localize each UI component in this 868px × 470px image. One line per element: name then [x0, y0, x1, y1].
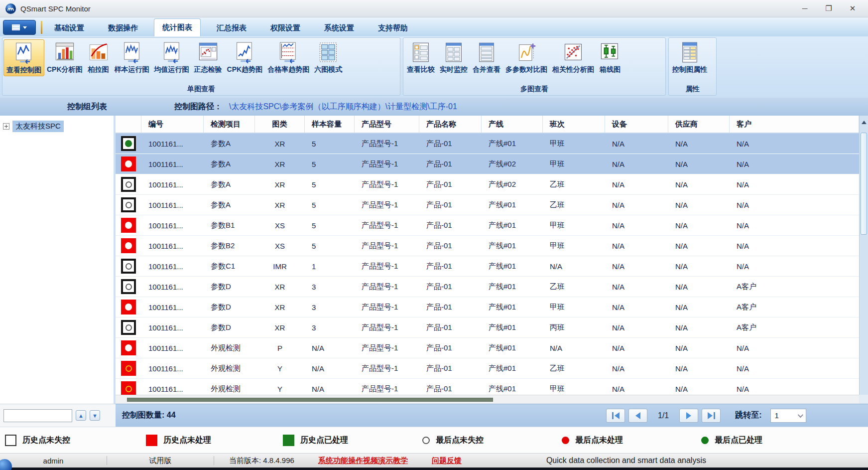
ribbon-button-多参数对比图[interactable]: 多参数对比图: [503, 39, 550, 75]
legend-circle-swatch: [422, 437, 430, 444]
table-row[interactable]: 1001161...参数B1XS5产品型号-1产品-01产线#01甲班N/AN/…: [116, 215, 859, 236]
ribbon-button-箱线图[interactable]: 箱线图: [597, 39, 623, 75]
tab-数据操作[interactable]: 数据操作: [100, 19, 146, 36]
ribbon-group-属性: 控制图属性属性: [668, 37, 717, 96]
chevron-down-icon: [23, 26, 27, 29]
tab-支持帮助[interactable]: 支持帮助: [370, 19, 416, 36]
vertical-scrollbar[interactable]: [859, 116, 868, 395]
history-unprocessed-last-unprocessed-icon: [121, 381, 136, 395]
ribbon-button-正态检验[interactable]: 正态检验: [192, 39, 225, 75]
maximize-button[interactable]: ❐: [823, 4, 834, 13]
search-input[interactable]: [3, 409, 72, 422]
table-row[interactable]: 1001161...外观检测PN/A产品型号-1产品-01产线#01N/AN/A…: [116, 338, 859, 358]
ribbon-button-相关性分析图[interactable]: 相关性分析图: [550, 39, 597, 75]
tab-统计图表[interactable]: 统计图表: [154, 18, 201, 36]
search-down-button[interactable]: ▼: [90, 410, 100, 421]
application-menu-button[interactable]: [3, 20, 36, 35]
cell-产品型号: 产品型号-1: [355, 200, 419, 210]
menu-divider: [41, 21, 42, 34]
ribbon-button-均值运行图[interactable]: 均值运行图: [152, 39, 192, 75]
ribbon-button-查看比较[interactable]: 查看比较: [404, 39, 437, 75]
status-bar: admin 试用版 当前版本: 4.8.4.996 系统功能操作视频演示教学 问…: [0, 454, 868, 468]
table-row[interactable]: 1001161...参数AXR5产品型号-1产品-01产线#01乙班N/AN/A…: [116, 195, 859, 215]
cell-班次: N/A: [543, 344, 605, 352]
window-edge: [0, 468, 868, 470]
cell-供应商: N/A: [668, 303, 730, 312]
horizontal-scrollbar[interactable]: [116, 395, 859, 404]
column-header-status[interactable]: [116, 116, 141, 133]
ribbon-button-合格率趋势图[interactable]: 合格率趋势图: [265, 39, 312, 75]
minimize-button[interactable]: ─: [799, 4, 810, 13]
cell-班次: 甲班: [543, 221, 605, 230]
cell-产品名称: 产品-01: [419, 221, 482, 230]
ribbon-button-CPK趋势图[interactable]: CPK趋势图: [225, 39, 265, 75]
ribbon-button-CPK分析图[interactable]: CPK分析图: [44, 39, 85, 75]
table-row[interactable]: 1001161...参数DXR3产品型号-1产品-01产线#01乙班N/AN/A…: [116, 277, 859, 297]
ribbon-button-样本运行图[interactable]: 样本运行图: [112, 39, 152, 75]
ribbon-button-实时监控[interactable]: 实时监控: [437, 39, 470, 75]
column-header-设备[interactable]: 设备: [605, 116, 668, 133]
video-tutorial-link[interactable]: 系统功能操作视频演示教学: [318, 456, 408, 466]
cell-样本容量: N/A: [305, 385, 355, 393]
cell-样本容量: N/A: [305, 344, 355, 352]
column-header-样本容量[interactable]: 样本容量: [305, 116, 355, 133]
last-page-button[interactable]: [702, 409, 721, 423]
cell-样本容量: 5: [305, 180, 355, 189]
ribbon-button-label: 柏拉图: [88, 65, 109, 74]
ribbon-button-六图模式[interactable]: 六图模式: [312, 39, 345, 75]
next-page-button[interactable]: [679, 409, 698, 423]
tree-node-label[interactable]: 太友科技SPC: [12, 121, 64, 132]
feedback-link[interactable]: 问题反馈: [432, 456, 462, 466]
last-page-icon: [708, 412, 713, 419]
table-row[interactable]: 1001161...参数AXR5产品型号-1产品-01产线#01甲班N/AN/A…: [116, 134, 859, 154]
normality-test-icon: [197, 41, 219, 63]
logged-in-user: admin: [0, 457, 107, 465]
legend-label: 历史点已处理: [300, 435, 348, 446]
ribbon-button-查看控制图[interactable]: 查看控制图: [3, 39, 44, 76]
table-row[interactable]: 1001161...参数B2XS5产品型号-1产品-01产线#01甲班N/AN/…: [116, 236, 859, 256]
prev-page-button[interactable]: [628, 409, 647, 423]
vertical-scroll-thumb[interactable]: [861, 133, 867, 235]
table-row[interactable]: 1001161...参数C1IMR1产品型号-1产品-01产线#01N/AN/A…: [116, 256, 859, 277]
first-page-button[interactable]: [606, 409, 625, 423]
table-row[interactable]: 1001161...参数AXR5产品型号-1产品-01产线#02甲班N/AN/A…: [116, 154, 859, 174]
cell-供应商: N/A: [668, 180, 730, 189]
tab-汇总报表[interactable]: 汇总报表: [209, 19, 254, 36]
column-header-图类[interactable]: 图类: [255, 116, 305, 133]
cell-编号: 1001161...: [141, 344, 204, 352]
table-body: 1001161...参数AXR5产品型号-1产品-01产线#01甲班N/AN/A…: [116, 134, 859, 395]
column-header-班次[interactable]: 班次: [543, 116, 605, 133]
cell-客户: A客户: [730, 282, 859, 292]
table-row[interactable]: 1001161...参数AXR5产品型号-1产品-01产线#02乙班N/AN/A…: [116, 174, 859, 195]
column-header-检测项目[interactable]: 检测项目: [204, 116, 255, 133]
ribbon-button-合并查看[interactable]: 合并查看: [470, 39, 503, 75]
column-header-客户[interactable]: 客户: [730, 116, 859, 133]
chart-path-value[interactable]: \太友科技SPC\参考案例（以工序顺序构建）\计量型检测\工序-01: [229, 102, 457, 112]
expand-plus-icon[interactable]: [3, 123, 9, 130]
column-header-产品型号[interactable]: 产品型号: [355, 116, 419, 133]
ribbon-button-控制图属性[interactable]: 控制图属性: [670, 39, 710, 75]
scroll-up-icon[interactable]: [862, 121, 867, 124]
legend-label: 历史点未处理: [163, 435, 211, 446]
ribbon-button-label: 六图模式: [314, 65, 342, 74]
search-up-button[interactable]: ▲: [76, 410, 86, 421]
history-unprocessed-last-unprocessed-icon: [121, 361, 136, 376]
ribbon-button-柏拉图[interactable]: 柏拉图: [85, 39, 112, 75]
tree-node-root[interactable]: 太友科技SPC: [3, 121, 114, 132]
column-header-编号[interactable]: 编号: [141, 116, 204, 133]
horizontal-scroll-thumb[interactable]: [127, 398, 493, 402]
column-header-供应商[interactable]: 供应商: [668, 116, 730, 133]
cell-产品型号: 产品型号-1: [355, 323, 419, 332]
table-row[interactable]: 1001161...参数DXR3产品型号-1产品-01产线#01丙班N/AN/A…: [116, 317, 859, 338]
column-header-产品名称[interactable]: 产品名称: [419, 116, 482, 133]
jump-page-select[interactable]: 1: [770, 409, 806, 423]
tab-系统设置[interactable]: 系统设置: [316, 19, 362, 36]
close-button[interactable]: ✕: [847, 4, 858, 13]
column-header-产线[interactable]: 产线: [482, 116, 543, 133]
table-row[interactable]: 1001161...参数DXR3产品型号-1产品-01产线#01甲班N/AN/A…: [116, 297, 859, 317]
table-row[interactable]: 1001161...外观检测YN/A产品型号-1产品-01产线#01甲班N/AN…: [116, 379, 859, 395]
tab-基础设置[interactable]: 基础设置: [46, 19, 92, 36]
table-row[interactable]: 1001161...外观检测YN/A产品型号-1产品-01产线#01乙班N/AN…: [116, 358, 859, 379]
cell-产品型号: 产品型号-1: [355, 180, 419, 189]
tab-权限设置[interactable]: 权限设置: [262, 19, 308, 36]
